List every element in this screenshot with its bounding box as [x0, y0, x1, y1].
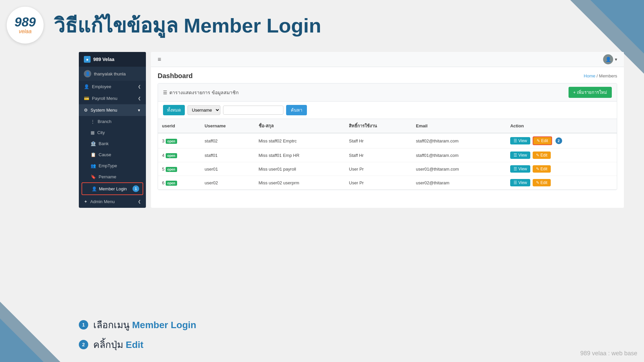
sidebar-item-emptype-label: EmpType — [99, 163, 117, 168]
edit-button[interactable]: ✎ Edit — [533, 165, 551, 173]
sidebar-item-member-login[interactable]: 👤 Member Login 1 — [82, 182, 143, 195]
members-table: userid Username ชื่อ-สกุล สิทธิ์การใช้งา… — [158, 119, 617, 190]
sidebar-item-payroll-label: Payroll Menu — [92, 96, 117, 101]
table-card-header: ☰ ตารางแสดงรายการ ข้อมูลสมาชิก + เพิ่มรา… — [158, 83, 617, 102]
sidebar-brand: ■ 989 Velaa — [79, 52, 146, 67]
instruction-2-text: คลิ้กปุ่ม Edit — [93, 337, 144, 352]
cell-userid: 6 open — [158, 176, 201, 190]
breadcrumb-home[interactable]: Home — [584, 73, 595, 78]
search-field-select[interactable]: Username userid Email — [187, 105, 220, 115]
instruction-2-number: 2 — [79, 340, 88, 349]
instructions: 1 เลือกเมนู Member Login 2 คลิ้กปุ่ม Edi… — [79, 317, 624, 352]
open-status-badge: open — [166, 139, 177, 144]
sidebar-item-payroll[interactable]: 💳 Payroll Menu ❮ — [79, 93, 146, 104]
col-email: Email — [412, 119, 506, 133]
sidebar-brand-name: 989 Velaa — [93, 57, 114, 62]
col-username: Username — [201, 119, 255, 133]
cell-userid: 3 open — [158, 133, 201, 148]
logo-sub: velaa — [14, 28, 36, 35]
cell-name: Miss user01 payroll — [255, 162, 345, 176]
col-userid: userid — [158, 119, 201, 133]
instruction-1: 1 เลือกเมนู Member Login — [79, 317, 624, 332]
table-row: 4 open staff01 Miss staff01 Emp HR Staff… — [158, 148, 617, 162]
cell-email: staff01@thitaram.com — [412, 148, 506, 162]
sidebar-item-cause[interactable]: 📋 Cause — [79, 149, 146, 160]
admin-icon: ✦ — [84, 199, 88, 204]
col-action: Action — [506, 119, 617, 133]
cell-name: Miss staff01 Emp HR — [255, 148, 345, 162]
open-status-badge: open — [166, 153, 177, 158]
page-title: วิธีแก้ไขข้อมูล Member Login — [54, 9, 321, 41]
logo: 989 velaa — [7, 7, 44, 44]
breadcrumb-separator: / — [597, 73, 599, 78]
branch-icon: ⋮ — [91, 119, 95, 124]
chevron-right-icon-payroll: ❮ — [138, 96, 141, 101]
view-button[interactable]: ☰ View — [510, 179, 530, 186]
hamburger-button[interactable]: ≡ — [158, 56, 161, 63]
sidebar-item-employee[interactable]: 👤 Employee ❮ — [79, 81, 146, 93]
sidebar-item-bank[interactable]: 🏦 Bank — [79, 138, 146, 149]
sidebar-item-admin[interactable]: ✦ Admin Menu ❮ — [79, 196, 146, 207]
sidebar-brand-icon: ■ — [84, 56, 91, 63]
topbar-avatar-icon: 👤 — [603, 54, 613, 64]
topbar-user: 👤 ▾ — [603, 54, 617, 64]
sidebar-item-bank-label: Bank — [99, 141, 109, 146]
emptype-icon: 👥 — [91, 163, 96, 168]
table-row: 5 open user01 Miss user01 payroll User P… — [158, 162, 617, 176]
cell-action: ☰ View ✎ Edit — [506, 176, 617, 190]
cell-action: ☰ View ✎ Edit 2 — [506, 133, 617, 148]
sidebar-item-emptype[interactable]: 👥 EmpType — [79, 160, 146, 171]
member-login-badge: 1 — [132, 185, 139, 192]
cause-icon: 📋 — [91, 152, 96, 157]
instruction-2-highlight: Edit — [126, 340, 144, 350]
view-button[interactable]: ☰ View — [510, 152, 530, 159]
cell-email: staff02@thitaram.com — [412, 133, 506, 148]
chevron-right-icon: ❮ — [138, 84, 141, 89]
user-avatar-icon: 👤 — [84, 70, 91, 77]
view-button[interactable]: ☰ View — [510, 165, 530, 173]
edit-button[interactable]: ✎ Edit — [533, 152, 551, 159]
add-new-button[interactable]: + เพิ่มรายการใหม่ — [569, 87, 612, 98]
cell-name: Miss user02 userprm — [255, 176, 345, 190]
search-input[interactable] — [223, 106, 283, 115]
dashboard-panel: ≡ 👤 ▾ Dashboard Home / Members ☰ — [151, 52, 624, 208]
sidebar: ■ 989 Velaa 👤 thanyalak thunla 👤 Employe… — [79, 52, 146, 208]
table-icon: ☰ — [163, 90, 167, 95]
main-content: ■ 989 Velaa 👤 thanyalak thunla 👤 Employe… — [79, 52, 624, 335]
sidebar-item-pername[interactable]: 🔖 Pername — [79, 171, 146, 182]
edit-button[interactable]: ✎ Edit — [533, 136, 552, 145]
sidebar-item-employee-label: Employee — [92, 84, 111, 89]
cell-role: Staff Hr — [345, 148, 412, 162]
edit-badge-2: 2 — [555, 137, 562, 144]
chevron-down-icon: ▼ — [137, 108, 141, 112]
table-title-text: ตารางแสดงรายการ ข้อมูลสมาชิก — [169, 89, 238, 96]
cell-userid: 5 open — [158, 162, 201, 176]
table-header-row: userid Username ชื่อ-สกุล สิทธิ์การใช้งา… — [158, 119, 617, 133]
search-button[interactable]: ค้นหา — [286, 105, 307, 115]
sidebar-item-city[interactable]: ▦ City — [79, 127, 146, 138]
search-bar: ทั้งหมด Username userid Email ค้นหา — [158, 102, 617, 119]
sidebar-item-system-label: System Menu — [91, 108, 117, 113]
col-role: สิทธิ์การใช้งาน — [345, 119, 412, 133]
header: 989 velaa วิธีแก้ไขข้อมูล Member Login — [7, 7, 637, 44]
cell-name: Miss staff02 Emptrc — [255, 133, 345, 148]
table-card-title: ☰ ตารางแสดงรายการ ข้อมูลสมาชิก — [163, 89, 238, 96]
sidebar-item-admin-label: Admin Menu — [90, 199, 115, 204]
bank-icon: 🏦 — [91, 141, 96, 146]
open-status-badge: open — [166, 181, 177, 186]
cell-email: user01@thitaram.com — [412, 162, 506, 176]
city-icon: ▦ — [91, 130, 95, 135]
member-login-icon: 👤 — [92, 186, 97, 191]
all-button[interactable]: ทั้งหมด — [163, 105, 185, 115]
instruction-2: 2 คลิ้กปุ่ม Edit — [79, 337, 624, 352]
edit-button[interactable]: ✎ Edit — [533, 179, 551, 186]
sidebar-user: 👤 thanyalak thunla — [79, 67, 146, 81]
cell-email: user02@thitaram — [412, 176, 506, 190]
sidebar-item-branch[interactable]: ⋮ Branch — [79, 116, 146, 127]
pername-icon: 🔖 — [91, 174, 96, 179]
sidebar-item-branch-label: Branch — [98, 119, 111, 124]
breadcrumb-current: Members — [599, 73, 617, 78]
view-button[interactable]: ☰ View — [510, 137, 530, 144]
sidebar-item-system[interactable]: ⚙ System Menu ▼ — [79, 104, 146, 116]
cell-action: ☰ View ✎ Edit — [506, 148, 617, 162]
